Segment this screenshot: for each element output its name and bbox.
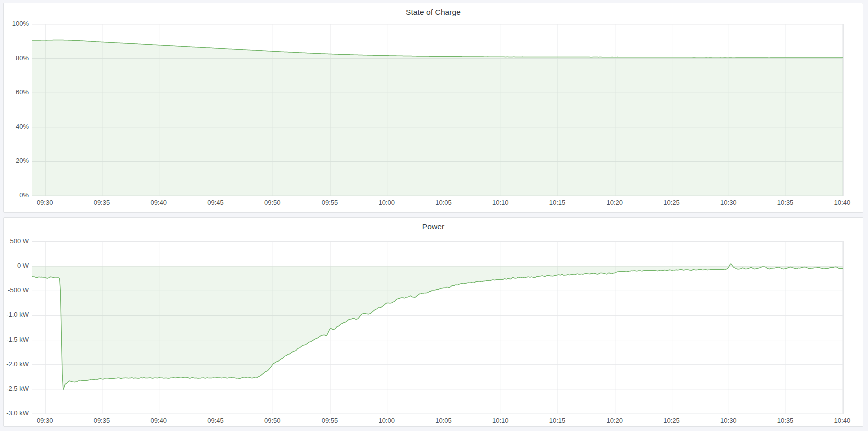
x-axis-tick-label: 09:30 — [37, 417, 53, 424]
x-axis-tick-label: 09:35 — [94, 199, 110, 206]
series-area-fill — [32, 264, 843, 389]
y-axis-tick-label: 20% — [5, 157, 29, 164]
x-axis-tick-label: 10:00 — [378, 199, 395, 206]
y-axis-tick-label: -2.5 kW — [5, 385, 29, 392]
x-axis-tick-label: 10:20 — [607, 417, 623, 424]
y-axis-tick-label: 500 W — [5, 238, 29, 245]
y-axis-tick-label: 40% — [5, 123, 29, 130]
x-axis-tick-label: 10:25 — [663, 417, 680, 424]
x-axis-tick-label: 10:10 — [492, 417, 509, 424]
x-axis-tick-label: 10:15 — [549, 199, 566, 206]
soc-chart: 100%80%60%40%20%0%09:3009:3509:4009:4509… — [4, 3, 863, 212]
x-axis-tick-label: 10:25 — [663, 199, 680, 206]
x-axis-tick-label: 09:40 — [150, 417, 167, 424]
y-axis-tick-label: -1.5 kW — [5, 336, 29, 343]
x-axis-tick-label: 10:10 — [492, 199, 509, 206]
x-axis-tick-label: 10:15 — [549, 417, 566, 424]
x-axis-tick-label: 09:40 — [150, 199, 167, 206]
x-axis-tick-label: 09:55 — [322, 417, 338, 424]
x-axis-tick-label: 09:45 — [207, 199, 224, 206]
x-axis-tick-label: 09:50 — [264, 417, 281, 424]
x-axis-tick-label: 10:40 — [834, 417, 851, 424]
soc-panel: State of Charge 100%80%60%40%20%0%09:300… — [3, 3, 863, 213]
x-axis-tick-label: 10:30 — [720, 199, 737, 206]
x-axis-tick-label: 10:35 — [777, 417, 794, 424]
series-area-fill — [32, 40, 843, 196]
x-axis-tick-label: 09:55 — [322, 199, 338, 206]
x-axis-tick-label: 10:30 — [720, 417, 737, 424]
x-axis-tick-label: 09:45 — [207, 417, 224, 424]
x-axis-tick-label: 10:05 — [435, 199, 452, 206]
y-axis-tick-label: 80% — [5, 55, 29, 62]
x-axis-tick-label: 09:50 — [264, 199, 281, 206]
x-axis-tick-label: 10:05 — [435, 417, 452, 424]
x-axis-tick-label: 10:20 — [607, 199, 623, 206]
y-axis-tick-label: 0% — [5, 192, 29, 199]
x-axis-tick-label: 10:40 — [834, 199, 851, 206]
y-axis-tick-label: 60% — [5, 89, 29, 96]
power-panel: Power 500 W0 W-500 W-1.0 kW-1.5 kW-2.0 k… — [3, 217, 863, 427]
x-axis-tick-label: 10:00 — [378, 417, 395, 424]
timeseries-svg — [32, 242, 843, 414]
power-chart: 500 W0 W-500 W-1.0 kW-1.5 kW-2.0 kW-2.5 … — [4, 218, 863, 426]
x-axis-tick-label: 09:35 — [94, 417, 110, 424]
x-axis-tick-label: 10:35 — [777, 199, 794, 206]
power-plot-area[interactable] — [32, 241, 844, 414]
timeseries-svg — [32, 24, 843, 196]
y-axis-tick-label: 100% — [5, 20, 29, 27]
y-axis-tick-label: 0 W — [5, 262, 29, 269]
state-of-charge-plot-area[interactable] — [32, 24, 844, 196]
y-axis-tick-label: -500 W — [5, 287, 29, 294]
x-axis-tick-label: 09:30 — [37, 199, 53, 206]
y-axis-tick-label: -3.0 kW — [5, 410, 29, 417]
y-axis-tick-label: -1.0 kW — [5, 311, 29, 318]
y-axis-tick-label: -2.0 kW — [5, 361, 29, 368]
